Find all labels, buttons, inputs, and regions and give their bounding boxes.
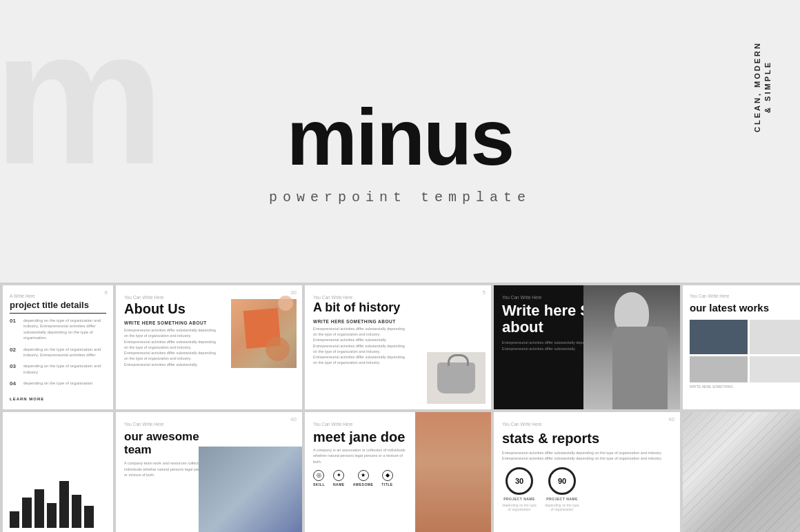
slide-5-label: WRITE HERE SOMETHING — [690, 385, 800, 389]
slide-3-subtitle: WRITE HERE SOMETHING ABOUT — [313, 319, 406, 324]
work-image-4 — [750, 356, 801, 382]
side-tagline: CLEAN, MODERN & SIMPLE — [752, 41, 774, 132]
stat-circle-2: 90 PROJECT NAME depending on the type of… — [545, 467, 579, 511]
slide-number-2: 30 — [290, 289, 297, 296]
slide-8-intro: A company is an association or collectio… — [313, 447, 406, 464]
slide-7-photo — [199, 447, 302, 532]
list-item: 04 depending on the type of organisation — [10, 380, 106, 387]
hero-subtitle: powerpoint template — [269, 190, 531, 205]
slide-tag-5: You Can Write Here — [690, 294, 800, 298]
handbag-shape — [437, 362, 475, 393]
slide-tag-1: A Write Here — [10, 294, 106, 298]
slide-9-title: stats & reports — [502, 431, 672, 446]
slide-project-title[interactable]: 6 A Write Here project title details 01 … — [3, 285, 113, 409]
slide-4-photo — [583, 285, 680, 409]
bar-4 — [47, 503, 57, 528]
circle-decoration — [278, 296, 293, 311]
slide-8-icons: ◎ SKILL ✦ NAME ★ AWESOME ◆ TITLE — [313, 470, 406, 487]
work-image-3 — [690, 356, 748, 382]
title-icon: ◆ — [382, 470, 393, 481]
architecture-photo — [683, 412, 800, 532]
woman-photo-bw — [583, 285, 680, 409]
stat-desc-2: depending on the type of organization — [545, 503, 579, 511]
slide-3-image — [427, 352, 486, 404]
list-item: 01 depending on the type of organization… — [10, 318, 106, 341]
slide-1-items: 01 depending on the type of organization… — [10, 318, 106, 387]
slide-8-title: meet jane doe — [313, 429, 406, 444]
slide-number-9: 40 — [668, 416, 674, 422]
slide-about-us[interactable]: 30 You Can Write Here About Us WRITE HER… — [116, 285, 302, 409]
slide-3-title: A bit of history — [313, 301, 406, 315]
slide-5-title: our latest works — [690, 303, 800, 314]
hero-title: minus — [287, 98, 514, 177]
slide-1-divider — [10, 313, 106, 314]
name-icon-item: ✦ NAME — [333, 470, 345, 487]
slide-9-circles: 30 PROJECT NAME depending on the type of… — [502, 467, 672, 511]
slide-8-photo — [415, 412, 491, 532]
slide-7-title: our awesome team — [124, 431, 209, 456]
skill-icon: ◎ — [313, 470, 324, 481]
slide-1-title: project title details — [10, 300, 106, 310]
slide-3-body: Entrepreneurial activities differ substa… — [313, 326, 406, 366]
work-image-2 — [750, 320, 801, 354]
stat-desc-1: depending on the type of organization — [502, 503, 537, 511]
slides-grid: 6 A Write Here project title details 01 … — [0, 283, 800, 532]
slide-latest-works[interactable]: You Can Write Here our latest works WRIT… — [683, 285, 800, 409]
stat-value-2: 90 — [548, 467, 576, 495]
slide-7-body: A company team work and resources collec… — [124, 460, 209, 478]
hero-section: m CLEAN, MODERN & SIMPLE minus powerpoin… — [0, 0, 800, 283]
bar-7 — [84, 506, 94, 528]
list-item: 03 depending on the type of organization… — [10, 363, 106, 375]
slide-tag-9: You Can Write Here — [502, 422, 672, 427]
slide-number-1: 6 — [105, 289, 108, 296]
slide-architecture[interactable] — [683, 412, 800, 532]
slide-team[interactable]: 40 You Can Write Here our awesome team A… — [116, 412, 302, 532]
bar-3 — [34, 489, 44, 528]
name-icon: ✦ — [333, 470, 344, 481]
team-photo — [199, 447, 302, 532]
bar-chart — [10, 473, 106, 528]
list-item: 02 depending on the type of organization… — [10, 347, 106, 358]
work-image-1 — [690, 320, 748, 354]
abstract-art — [231, 299, 297, 368]
slide-charts[interactable] — [3, 412, 113, 532]
bar-2 — [22, 498, 32, 528]
slide-2-body: Entrepreneurial activities differ substa… — [124, 327, 217, 367]
slide-number-7: 40 — [290, 416, 297, 422]
slide-dark-write[interactable]: You Can Write Here Write here Something … — [494, 285, 680, 409]
image-row — [690, 356, 800, 382]
skill-icon-item: ◎ SKILL — [313, 470, 325, 487]
title-label: TITLE — [381, 482, 392, 487]
slide-jane-doe[interactable]: 17 You Can Write Here meet jane doe A co… — [305, 412, 491, 532]
stat-label-1: PROJECT NAME — [503, 497, 535, 501]
awesome-label: AWESOME — [353, 482, 374, 487]
slide-2-subtitle: WRITE HERE SOMETHING ABOUT — [124, 320, 217, 325]
slide-tag-7: You Can Write Here — [124, 422, 294, 427]
stat-value-1: 30 — [506, 467, 533, 495]
slide-tag-3: You Can Write Here — [313, 295, 483, 300]
bar-6 — [72, 495, 81, 528]
slide-2-image — [231, 299, 297, 368]
stat-label-2: PROJECT NAME — [546, 497, 578, 501]
slide-history[interactable]: 5 You Can Write Here A bit of history WR… — [305, 285, 491, 409]
slide-9-body: Entrepreneurial activities differ substa… — [502, 450, 672, 462]
jane-photo — [415, 412, 491, 532]
awesome-icon: ★ — [358, 470, 369, 481]
image-row — [690, 320, 800, 354]
slide-2-title: About Us — [124, 301, 217, 316]
slide-number-3: 5 — [483, 289, 486, 296]
title-icon-item: ◆ TITLE — [381, 470, 392, 487]
bar-1 — [10, 511, 19, 528]
skill-label: SKILL — [313, 482, 325, 487]
slide-5-images — [690, 320, 800, 382]
handbag-photo — [427, 352, 486, 404]
hero-watermark: m — [0, 0, 158, 193]
slide-1-cta: LEARN MORE — [10, 393, 106, 401]
slide-tag-8: You Can Write Here — [313, 422, 406, 427]
awesome-icon-item: ★ AWESOME — [353, 470, 374, 487]
slide-stats-reports[interactable]: 40 You Can Write Here stats & reports En… — [494, 412, 680, 532]
stat-circle-1: 30 PROJECT NAME depending on the type of… — [502, 467, 537, 511]
name-label: NAME — [333, 482, 345, 487]
bar-5 — [59, 481, 69, 528]
